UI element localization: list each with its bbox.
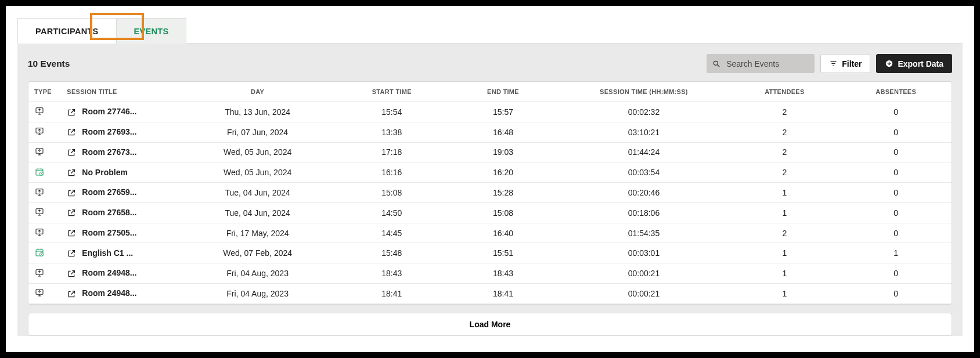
cell-start-time: 15:54 [336, 102, 448, 122]
screen-share-icon [34, 227, 45, 237]
table-row[interactable]: Room 27658...Tue, 04 Jun, 202414:5015:08… [28, 202, 952, 223]
cell-session-title[interactable]: Room 24948... [61, 284, 179, 304]
cell-start-time: 14:50 [336, 202, 448, 223]
cell-attendees: 1 [729, 202, 841, 223]
cell-day: Fri, 04 Aug, 2023 [179, 263, 336, 284]
col-session-title: SESSION TITLE [61, 82, 179, 102]
col-day: DAY [179, 82, 336, 102]
cell-absentees: 0 [840, 202, 952, 223]
cell-session-title[interactable]: Room 27673... [61, 142, 179, 162]
content-area: 10 Events Search Events Filter Export Da… [17, 44, 963, 336]
cell-type [28, 183, 61, 203]
tabs-bar: PARTICIPANTS EVENTS [17, 17, 963, 44]
search-input[interactable]: Search Events [707, 54, 815, 73]
cell-session-title[interactable]: Room 27746... [61, 102, 179, 122]
cell-type [28, 202, 61, 223]
cell-attendees: 1 [729, 284, 841, 304]
cell-session-title[interactable]: Room 27658... [61, 202, 179, 223]
export-label: Export Data [898, 59, 943, 68]
table-row[interactable]: Room 27505...Fri, 17 May, 202414:4516:40… [28, 223, 952, 243]
session-title-text: Room 27693... [82, 127, 136, 136]
session-title-text: Room 27505... [82, 228, 136, 237]
filter-label: Filter [842, 59, 862, 68]
table-row[interactable]: Room 27659...Tue, 04 Jun, 202415:0815:28… [28, 183, 952, 203]
download-icon [885, 59, 893, 68]
cell-session-title[interactable]: Room 27505... [61, 223, 179, 243]
col-attendees: ATTENDEES [729, 82, 841, 102]
session-title-text: Room 24948... [82, 288, 136, 298]
session-title-text: English C1 ... [82, 248, 133, 258]
svg-line-17 [71, 150, 75, 153]
cell-end-time: 19:03 [448, 142, 559, 162]
export-data-button[interactable]: Export Data [876, 54, 952, 73]
cell-attendees: 2 [729, 122, 841, 142]
table-row[interactable]: Room 27673...Wed, 05 Jun, 202417:1819:03… [28, 142, 952, 162]
cell-absentees: 0 [840, 122, 952, 142]
cell-session-title[interactable]: Room 24948... [61, 263, 179, 284]
tab-participants[interactable]: PARTICIPANTS [17, 18, 117, 44]
tab-events[interactable]: EVENTS [117, 18, 187, 44]
cell-session-time: 00:03:01 [559, 243, 729, 263]
cell-session-time: 00:02:32 [559, 102, 729, 122]
cell-session-time: 00:18:06 [559, 202, 729, 223]
cell-start-time: 17:18 [336, 142, 448, 162]
col-type: TYPE [28, 82, 61, 102]
session-title-text: Room 27658... [82, 208, 136, 217]
table-row[interactable]: Room 24948...Fri, 04 Aug, 202318:4118:41… [28, 284, 952, 304]
svg-line-44 [41, 255, 42, 255]
cell-session-title[interactable]: Room 27693... [61, 122, 179, 142]
cell-end-time: 16:20 [448, 162, 559, 183]
cell-type [28, 162, 61, 183]
cell-session-title[interactable]: English C1 ... [61, 243, 179, 263]
external-link-icon [67, 148, 76, 157]
table-row[interactable]: Room 27693...Fri, 07 Jun, 202413:3816:48… [28, 122, 952, 142]
svg-line-49 [71, 270, 75, 274]
external-link-icon [67, 290, 76, 299]
search-placeholder: Search Events [726, 59, 779, 68]
cell-type [28, 243, 61, 263]
cell-session-title[interactable]: No Problem [61, 162, 179, 183]
screen-share-icon [34, 187, 45, 197]
cell-session-title[interactable]: Room 27659... [61, 183, 179, 203]
screen-share-icon [34, 106, 45, 115]
external-link-icon [67, 168, 76, 178]
session-title-text: Room 27746... [82, 107, 136, 116]
cell-day: Wed, 07 Feb, 2024 [179, 243, 336, 263]
external-link-icon [67, 208, 76, 218]
cell-absentees: 0 [840, 284, 952, 304]
cell-start-time: 16:16 [336, 162, 448, 183]
cell-end-time: 15:08 [448, 202, 559, 223]
cell-session-time: 00:00:21 [559, 284, 729, 304]
external-link-icon [67, 189, 76, 198]
table-row[interactable]: Room 24948...Fri, 04 Aug, 202318:4318:43… [28, 263, 952, 284]
table-row[interactable]: Room 27746...Thu, 13 Jun, 202415:5415:57… [28, 102, 952, 122]
table-row[interactable]: No ProblemWed, 05 Jun, 202416:1616:2000:… [28, 162, 952, 183]
cell-attendees: 1 [729, 243, 841, 263]
session-title-text: Room 27659... [82, 187, 136, 197]
table-row[interactable]: English C1 ...Wed, 07 Feb, 202415:4815:5… [28, 243, 952, 263]
load-more-button[interactable]: Load More [28, 313, 952, 336]
col-start-time: START TIME [336, 82, 448, 102]
svg-line-1 [718, 64, 720, 67]
cell-session-time: 00:03:54 [559, 162, 729, 183]
screen-share-icon [34, 126, 45, 136]
calendar-icon [34, 167, 45, 176]
svg-line-33 [71, 210, 75, 214]
cell-end-time: 18:43 [448, 263, 559, 284]
screen-share-icon [34, 147, 45, 156]
screen-share-icon [34, 207, 45, 216]
cell-session-time: 00:20:46 [559, 183, 729, 203]
cell-start-time: 13:38 [336, 122, 448, 142]
cell-type [28, 122, 61, 142]
cell-session-time: 01:44:24 [559, 142, 729, 162]
cell-day: Tue, 04 Jun, 2024 [179, 183, 336, 203]
cell-session-time: 03:10:21 [559, 122, 729, 142]
cell-type [28, 284, 61, 304]
cell-type [28, 102, 61, 122]
cell-absentees: 0 [840, 223, 952, 243]
filter-button[interactable]: Filter [820, 54, 870, 73]
toolbar: 10 Events Search Events Filter Export Da… [17, 54, 963, 81]
cell-end-time: 15:57 [448, 102, 559, 122]
session-title-text: Room 27673... [82, 147, 136, 157]
cell-day: Wed, 05 Jun, 2024 [179, 142, 336, 162]
